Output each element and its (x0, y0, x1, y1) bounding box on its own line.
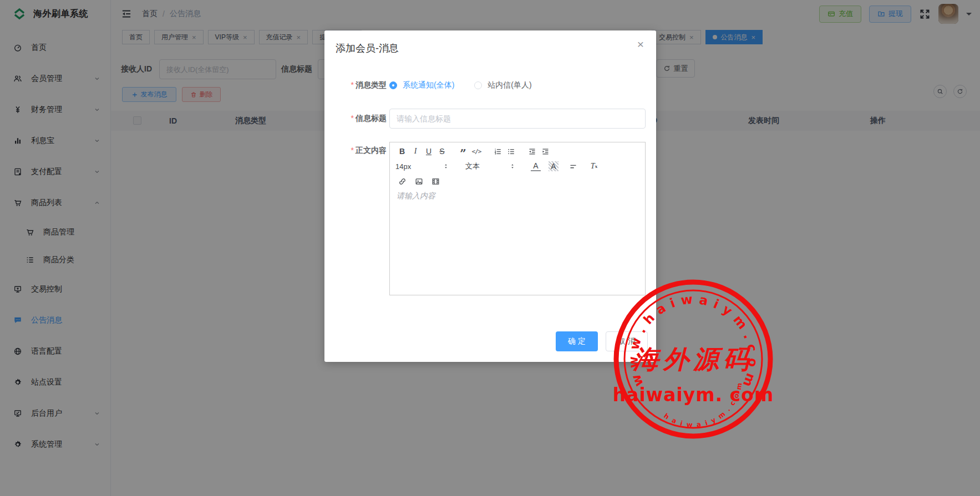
link-icon (398, 177, 407, 186)
editor-toolbar-row-1: B I U S ” </> (395, 145, 639, 158)
code-button[interactable]: </> (470, 145, 483, 157)
font-color-button[interactable]: A (531, 161, 541, 171)
required-asterisk: * (351, 146, 354, 155)
unordered-list-button[interactable] (504, 145, 517, 157)
outdent-icon (528, 147, 536, 156)
confirm-button[interactable]: 确 定 (556, 331, 598, 351)
editor-toolbar-row-2: 14px 文本 A A Tx (395, 160, 639, 173)
info-title-input[interactable] (389, 109, 646, 129)
film-icon (431, 177, 440, 186)
updown-arrows-icon (443, 163, 449, 170)
bold-button[interactable]: B (395, 145, 409, 157)
outdent-button[interactable] (525, 145, 539, 157)
highlight-color-button[interactable]: A (549, 161, 558, 171)
dialog-footer: 确 定 取 消 (556, 331, 648, 351)
italic-button[interactable]: I (409, 145, 422, 157)
body-content-field-label: *正文内容 (337, 146, 387, 156)
strikethrough-button[interactable]: S (435, 145, 449, 157)
info-title-field-label: *信息标题 (337, 114, 387, 124)
font-family-select[interactable]: 文本 (465, 161, 515, 171)
radio-system-notice[interactable] (389, 81, 397, 89)
clear-format-button[interactable]: Tx (587, 160, 601, 172)
editor-toolbar: B I U S ” </> 14px 文本 A (389, 142, 646, 186)
ordered-list-icon (494, 147, 502, 156)
dialog-close-icon[interactable]: × (637, 38, 644, 50)
radio-private-message-label[interactable]: 站内信(单人) (488, 80, 531, 90)
indent-icon (541, 147, 550, 156)
required-asterisk: * (351, 114, 354, 122)
message-type-radio-group: 系统通知(全体) 站内信(单人) (389, 80, 532, 90)
radio-private-message[interactable] (474, 81, 482, 89)
align-icon (569, 162, 577, 171)
align-button[interactable] (566, 160, 580, 172)
font-size-select[interactable]: 14px (395, 162, 449, 171)
dialog-title: 添加会员-消息 (336, 42, 399, 55)
blockquote-button[interactable]: ” (456, 145, 470, 157)
radio-system-notice-label[interactable]: 系统通知(全体) (403, 80, 454, 90)
editor-content-area[interactable]: 请输入内容 (389, 186, 646, 295)
app-root: 海外刷单系统 首页 会员管理 财务管理 利息宝 (0, 0, 980, 496)
indent-button[interactable] (539, 145, 552, 157)
editor-placeholder: 请输入内容 (397, 191, 435, 200)
message-type-field-label: *消息类型 (337, 80, 387, 90)
underline-button[interactable]: U (422, 145, 435, 157)
required-asterisk: * (351, 80, 354, 89)
add-message-dialog: 添加会员-消息 × *消息类型 系统通知(全体) 站内信(单人) *信息标题 *… (324, 30, 656, 362)
updown-arrows-icon (510, 163, 515, 170)
unordered-list-icon (507, 147, 515, 156)
cancel-button[interactable]: 取 消 (606, 331, 648, 351)
ordered-list-button[interactable] (491, 145, 504, 157)
image-icon (415, 177, 423, 186)
